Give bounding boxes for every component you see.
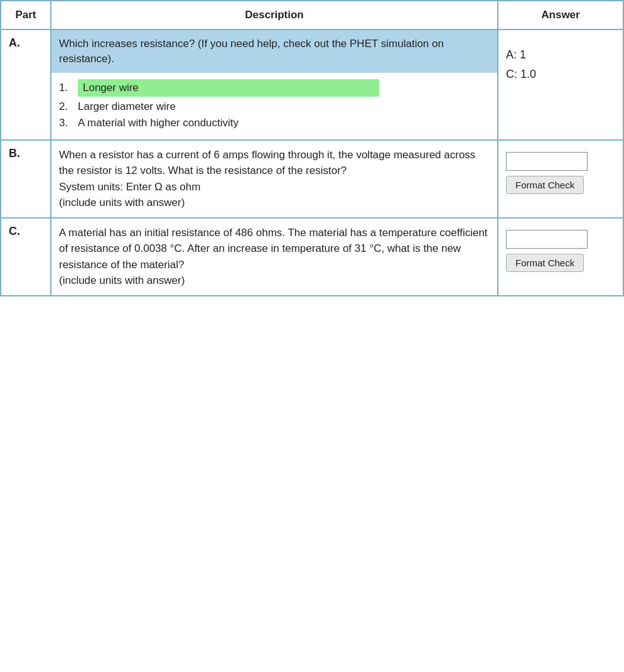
part-label-a: A. [1, 30, 51, 140]
list-item: 3. A material with higher conductivity [59, 117, 490, 129]
part-label-b: B. [1, 140, 51, 218]
part-label-c: C. [1, 218, 51, 296]
options-list-a: 1. Longer wire 2. Larger diameter wire 3… [59, 79, 490, 129]
description-text-c: A material has an initial resistance of … [59, 225, 490, 289]
description-cell-c: A material has an initial resistance of … [51, 218, 498, 296]
table-row: B. When a resistor has a current of 6 am… [1, 140, 623, 218]
description-text-b: When a resistor has a current of 6 amps … [59, 147, 490, 211]
option-number-1: 1. [59, 82, 78, 94]
description-cell-b: When a resistor has a current of 6 amps … [51, 140, 498, 218]
answer-value-a: A: 1 C: 1.0 [506, 36, 615, 84]
format-check-button-c[interactable]: Format Check [506, 254, 584, 272]
table-row: C. A material has an initial resistance … [1, 218, 623, 296]
format-check-button-b[interactable]: Format Check [506, 176, 584, 194]
table-row: A. Which increases resistance? (If you n… [1, 30, 623, 140]
list-item: 1. Longer wire [59, 79, 490, 97]
answer-line-2: C: 1.0 [506, 65, 615, 84]
answer-input-area-c: Format Check [506, 225, 615, 272]
answer-input-c[interactable] [506, 230, 588, 249]
option-number-3: 3. [59, 117, 78, 129]
header-description: Description [51, 1, 498, 30]
system-units-b: System units: Enter Ω as ohm(include uni… [59, 181, 200, 209]
header-part: Part [1, 1, 51, 30]
question-header-a: Which increases resistance? (If you need… [51, 30, 497, 73]
option-text-2: Larger diameter wire [78, 100, 176, 113]
answer-cell-a: A: 1 C: 1.0 [498, 30, 623, 140]
option-number-2: 2. [59, 100, 78, 113]
answer-line-1: A: 1 [506, 45, 615, 65]
answer-input-area-b: Format Check [506, 147, 615, 194]
header-answer: Answer [498, 1, 623, 30]
answer-input-b[interactable] [506, 152, 588, 171]
option-text-1-highlighted: Longer wire [78, 79, 379, 97]
answer-cell-c: Format Check [498, 218, 623, 296]
option-text-3: A material with higher conductivity [78, 117, 239, 129]
list-item: 2. Larger diameter wire [59, 100, 490, 113]
answer-cell-b: Format Check [498, 140, 623, 218]
description-cell-a: Which increases resistance? (If you need… [51, 30, 498, 140]
